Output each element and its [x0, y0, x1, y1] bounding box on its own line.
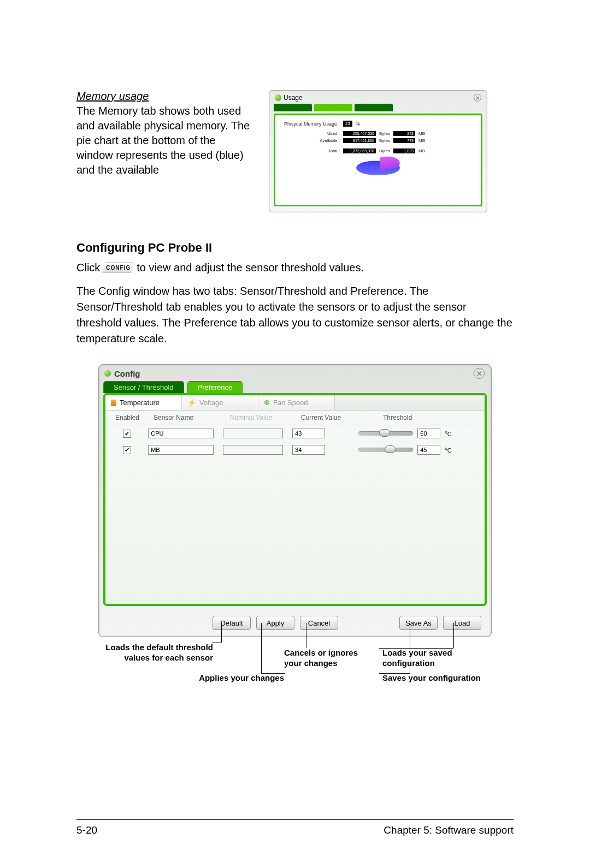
config-window: Config ✕ Sensor / Threshold Preference T…	[98, 364, 492, 637]
cpu-unit: oC	[445, 430, 451, 437]
callout-cancel: Cancels or ignores your changes	[284, 648, 366, 669]
config-paragraph: The Config window has two tabs: Sensor/T…	[76, 283, 514, 347]
pmu-value: 23	[343, 121, 352, 127]
subtab-temperature[interactable]: Temperature	[105, 395, 182, 410]
mb-unit: oC	[445, 446, 451, 454]
sensor-row-mb: ✔ oC	[105, 442, 485, 458]
avail-bytes: 817,401,856	[343, 138, 376, 143]
cpu-threshold-slider[interactable]	[358, 431, 413, 436]
pmu-label: Phisycal Memory Usage :	[284, 121, 340, 127]
cpu-threshold-input[interactable]	[417, 429, 440, 438]
cpu-enabled-checkbox[interactable]: ✔	[123, 430, 131, 438]
thermometer-icon	[111, 400, 116, 406]
subtab-voltage[interactable]: ⚡ Voltage	[182, 395, 258, 410]
config-button-inline[interactable]: CONFIG	[102, 263, 134, 273]
memory-usage-body: The Memory tab shows both used and avail…	[76, 104, 251, 177]
close-icon[interactable]: ✕	[474, 368, 485, 379]
col-current-value: Current Value	[297, 414, 362, 421]
mb-nominal-input	[223, 445, 283, 455]
callout-default: Loads the default threshold values for e…	[104, 643, 213, 663]
mb-threshold-slider[interactable]	[358, 448, 413, 452]
config-icon	[104, 370, 111, 377]
tab-sensor-threshold[interactable]: Sensor / Threshold	[103, 381, 184, 393]
memory-usage-heading: Memory usage	[76, 90, 251, 103]
usage-window: Usage ✕ Phisycal Memory Usage : 23 % Use…	[269, 90, 487, 212]
total-label: Total :	[317, 148, 340, 153]
usage-tab-memory[interactable]	[314, 104, 352, 111]
mb-threshold-input[interactable]	[417, 445, 440, 455]
col-threshold: Threshold	[362, 414, 482, 421]
load-button[interactable]: Load	[443, 616, 481, 630]
configuring-heading: Configuring PC Probe II	[76, 241, 514, 255]
cpu-name-input[interactable]	[148, 429, 214, 438]
usage-window-title: Usage	[284, 94, 303, 102]
usage-tab-1[interactable]	[274, 104, 312, 111]
callout-save: Saves your configuration	[382, 673, 486, 683]
avail-label: Available :	[317, 138, 340, 143]
mb-current-input	[292, 445, 325, 455]
cpu-nominal-input	[223, 429, 283, 438]
fan-icon: ✽	[264, 399, 270, 407]
used-bytes: 255,467,520	[343, 131, 376, 136]
chapter-label: Chapter 5: Software support	[384, 824, 514, 836]
mb-name-input[interactable]	[148, 445, 214, 455]
cpu-current-input	[292, 429, 325, 438]
col-nominal-value: Nominal Value	[226, 414, 297, 421]
save-as-button[interactable]: Save As	[399, 616, 438, 630]
click-post: to view and adjust the sensor threshold …	[137, 259, 364, 276]
config-window-title: Config	[114, 369, 140, 378]
usage-icon	[275, 94, 281, 101]
used-label: Used :	[317, 131, 340, 136]
apply-button[interactable]: Apply	[256, 616, 294, 630]
usage-tab-3[interactable]	[355, 104, 393, 111]
page-number: 5-20	[76, 824, 97, 836]
close-icon[interactable]: ✕	[474, 94, 481, 102]
click-pre: Click	[76, 259, 100, 276]
callout-apply: Applies your changes	[197, 673, 284, 683]
col-enabled: Enabled	[105, 414, 149, 421]
lightning-icon: ⚡	[187, 399, 196, 407]
total-mb: 1,023	[393, 148, 415, 153]
avail-mb: 779	[393, 138, 415, 143]
total-bytes: 1,072,869,376	[343, 148, 376, 153]
subtab-fan-speed[interactable]: ✽ Fan Speed	[258, 395, 335, 410]
tab-preference[interactable]: Preference	[187, 381, 243, 393]
used-mb: 243	[393, 131, 415, 136]
memory-pie-chart	[356, 156, 400, 180]
pmu-unit: %	[356, 121, 360, 127]
callout-load: Loads your saved configuration	[382, 648, 486, 669]
default-button[interactable]: Default	[213, 616, 251, 630]
col-sensor-name: Sensor Name	[149, 414, 226, 421]
sensor-row-cpu: ✔ oC	[105, 425, 485, 442]
mb-enabled-checkbox[interactable]: ✔	[123, 446, 131, 454]
